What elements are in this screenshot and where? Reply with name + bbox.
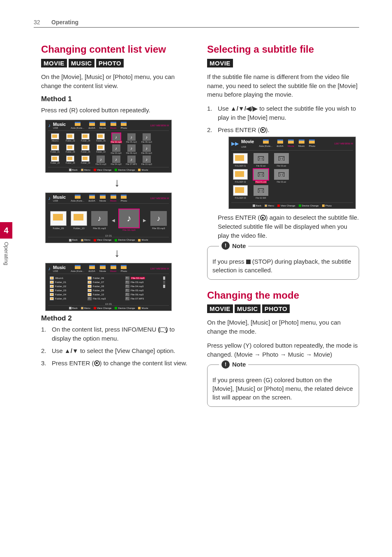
badge-row: MOVIE MUSIC PHOTO bbox=[41, 59, 193, 67]
header-rule bbox=[34, 27, 359, 28]
left-column: Changing content list view MOVIE MUSIC P… bbox=[41, 44, 193, 413]
enter-icon bbox=[260, 215, 266, 220]
badge-photo: PHOTO bbox=[262, 304, 290, 313]
note-text: If you press (STOP) during playback, the… bbox=[212, 258, 351, 274]
intro-text: On the [Movie], [Music] or [Photo] menu,… bbox=[41, 72, 193, 91]
screenshot-movie: ▶▶ Movie USB Asia (Kore... &UDA Movie Mu… bbox=[228, 137, 356, 209]
subtitle-intro: If the subtitle file name is different f… bbox=[207, 72, 359, 99]
page-number: 32 bbox=[34, 19, 40, 26]
badge-movie: MOVIE bbox=[207, 304, 233, 313]
note-text: If you press green (G) colored button on… bbox=[212, 376, 353, 401]
music-icon: ♪ bbox=[48, 195, 51, 201]
stop-icon bbox=[246, 260, 251, 264]
movie-grid: FOLDER 01 File 02.avi File 03.avi FOLDER… bbox=[231, 151, 353, 202]
arrow-down-icon: ↓ bbox=[41, 246, 193, 260]
badge-music: MUSIC bbox=[69, 59, 95, 67]
music-icon: ♪ bbox=[48, 266, 51, 272]
method2-title: Method 2 bbox=[41, 314, 193, 323]
note-box: ! Note If you press (STOP) during playba… bbox=[207, 246, 359, 280]
step-3: Press ENTER () to change the content lis… bbox=[41, 359, 193, 368]
subtitle-after: Press ENTER () again to deselect the sub… bbox=[218, 213, 359, 240]
section-title: Selecting a subtitle file bbox=[207, 44, 359, 56]
badge-movie: MOVIE bbox=[41, 59, 67, 67]
badge-music: MUSIC bbox=[235, 304, 261, 313]
section-title: Changing content list view bbox=[41, 44, 193, 56]
page-section: Operating bbox=[51, 19, 78, 26]
ss-grid: Album1 Folder_02 Folder_04 Folder_06 ♪Fi… bbox=[48, 131, 169, 167]
enter-icon bbox=[260, 127, 266, 133]
ss-header: ♪ Music USB Asia (Kore... &UDA Movie Mus… bbox=[48, 122, 169, 131]
movie-icon: ▶▶ bbox=[231, 140, 239, 147]
screenshot-list-view: ♪ Music USB Asia (Kore... &UDA Movie Mus… bbox=[45, 263, 172, 311]
subtitle-steps: Use ▲/▼/◀/▶ to select the subtitle file … bbox=[207, 104, 359, 240]
two-column-layout: Changing content list view MOVIE MUSIC P… bbox=[41, 44, 359, 413]
arrow-down-icon: ↓ bbox=[41, 176, 193, 189]
method1-text: Press red (R) colored button repeatedly. bbox=[41, 106, 193, 115]
step-2: Use ▲/▼ to select the [View Change] opti… bbox=[41, 346, 193, 355]
method2-steps: On the content list, press INFO/MENU () … bbox=[41, 325, 193, 367]
page: 32 Operating 4 Operating Changing conten… bbox=[0, 0, 392, 557]
ss-storage: 1267 MB/3856 M bbox=[150, 124, 169, 127]
badge-photo: PHOTO bbox=[96, 59, 124, 67]
step-1: Use ▲/▼/◀/▶ to select the subtitle file … bbox=[207, 104, 359, 122]
step-1: On the content list, press INFO/MENU () … bbox=[41, 325, 193, 343]
note-icon: ! bbox=[221, 241, 230, 250]
ss-subtitle: USB bbox=[53, 127, 66, 129]
note-tag: ! Note bbox=[219, 241, 248, 250]
menu-icon bbox=[160, 327, 166, 332]
ss-large-row: Folder_09 Folder_10 ♪File 01.mp3 ◀ ♪File… bbox=[48, 204, 169, 234]
screenshot-grid-view: ♪ Music USB Asia (Kore... &UDA Movie Mus… bbox=[45, 120, 172, 173]
method1-title: Method 1 bbox=[41, 95, 193, 103]
ss-tabs: Asia (Kore... &UDA Movie Music Photo bbox=[71, 122, 127, 129]
side-tab: 4 Operating bbox=[0, 222, 12, 304]
mode-intro: On the [Movie], [Music] or [Photo] menu,… bbox=[207, 318, 359, 336]
ss-list: Album1 Folder_06 File 02.mp3 Folder_01 F… bbox=[48, 274, 169, 303]
ss-title: Music bbox=[53, 122, 66, 127]
note-icon: ! bbox=[221, 360, 230, 369]
step-2: Press ENTER (). ▶▶ Movie USB Asia (Kore.… bbox=[207, 125, 359, 240]
section-title: Changing the mode bbox=[207, 290, 359, 302]
side-tab-text: Operating bbox=[3, 239, 9, 265]
right-column: Selecting a subtitle file MOVIE If the s… bbox=[207, 44, 359, 413]
note-box: ! Note If you press green (G) colored bu… bbox=[207, 364, 359, 407]
music-icon: ♪ bbox=[48, 123, 51, 128]
note-tag: ! Note bbox=[219, 360, 248, 369]
badge-movie: MOVIE bbox=[207, 59, 233, 67]
screenshot-large-view: ♪ Music USB Asia (Kore... &UDA Movie Mus… bbox=[45, 193, 172, 243]
side-tab-number: 4 bbox=[0, 222, 12, 239]
ss-footer: Back Menu View Change Device Change Movi… bbox=[48, 167, 169, 172]
mode-body: Press yellow (Y) colored button repeated… bbox=[207, 341, 359, 359]
enter-icon bbox=[94, 360, 100, 366]
